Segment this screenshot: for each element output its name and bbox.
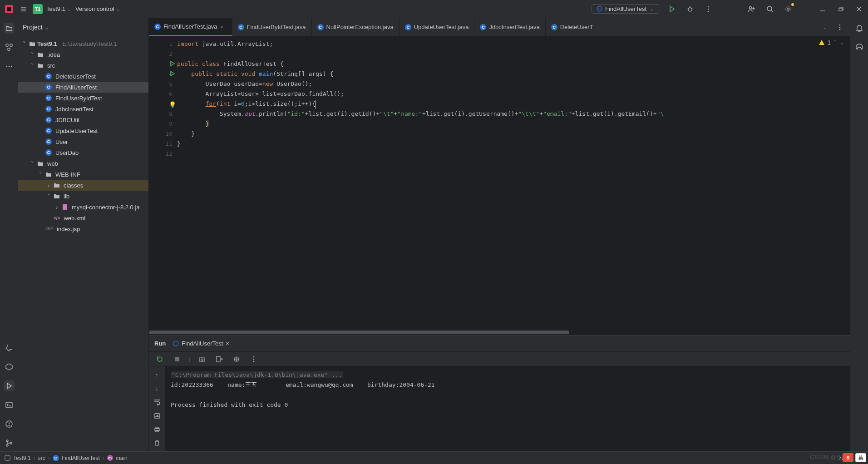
close-icon[interactable]: × xyxy=(220,24,227,30)
horizontal-scrollbar[interactable] xyxy=(149,330,850,335)
left-tool-strip xyxy=(0,18,18,451)
problems-tool-icon[interactable] xyxy=(4,419,15,429)
svg-rect-46 xyxy=(217,356,220,362)
editor-tab[interactable]: CNullPointerException.java xyxy=(312,18,399,36)
chevron-up-icon[interactable]: ˄ xyxy=(833,39,837,46)
breadcrumb-src[interactable]: src xyxy=(38,455,45,461)
minimize-window-icon[interactable] xyxy=(817,4,828,15)
svg-point-34 xyxy=(9,425,10,426)
soft-wrap-icon[interactable] xyxy=(152,398,163,405)
editor-tab[interactable]: CUpdateUserTest.java xyxy=(399,18,475,36)
vcs-dropdown[interactable]: Version control⌄ xyxy=(75,5,121,12)
tree-item[interactable]: CJdbcInsertTest xyxy=(18,104,148,114)
run-tab[interactable]: FindAllUserTest × xyxy=(173,340,229,347)
camera-icon[interactable] xyxy=(197,354,207,365)
close-window-icon[interactable] xyxy=(853,4,864,15)
trash-icon[interactable] xyxy=(152,439,163,447)
svg-rect-26 xyxy=(8,48,10,50)
status-bar: Test9.1 › src › C FindAllUserTest › m ma… xyxy=(0,451,868,464)
svg-point-17 xyxy=(767,6,772,11)
logo-icon[interactable] xyxy=(4,4,15,15)
restore-window-icon[interactable] xyxy=(835,4,846,15)
tree-item[interactable]: CDeleteUserTest xyxy=(18,71,148,82)
svg-point-13 xyxy=(708,10,709,12)
stop-icon[interactable] xyxy=(172,354,182,365)
breadcrumb-module[interactable]: Test9.1 xyxy=(13,455,31,461)
hamburger-icon[interactable] xyxy=(18,4,29,15)
chevron-down-icon[interactable]: ⌄ xyxy=(839,39,844,46)
tabs-dropdown-icon[interactable]: ⌄ xyxy=(819,22,830,33)
svg-point-19 xyxy=(787,8,789,10)
tree-item[interactable]: ›mysql-connector-j-8.2.0.ja xyxy=(18,202,148,212)
search-icon[interactable] xyxy=(764,4,775,15)
right-tool-strip xyxy=(850,18,868,451)
build-tool-icon[interactable] xyxy=(4,342,15,353)
ai-assistant-icon[interactable] xyxy=(854,42,865,53)
tree-item[interactable]: ˅WEB-INF xyxy=(18,169,148,180)
tree-item[interactable]: ˅.idea xyxy=(18,49,148,60)
lang-icon[interactable]: 英 xyxy=(855,453,866,462)
exit-icon[interactable] xyxy=(214,354,225,365)
more-icon[interactable] xyxy=(248,354,259,365)
project-dropdown[interactable]: Test9.1⌄ xyxy=(46,5,72,12)
layout-settings-icon[interactable] xyxy=(231,354,242,365)
breadcrumb-method[interactable]: main xyxy=(116,455,128,461)
svg-marker-30 xyxy=(6,364,12,370)
more-actions-icon[interactable] xyxy=(703,4,714,15)
editor-tabs: CFindAllUserTest.java×CFindUserByIdTest.… xyxy=(149,18,850,36)
tree-item[interactable]: ˅web xyxy=(18,158,148,169)
run-config-selector[interactable]: C FindAllUserTest ⌄ xyxy=(592,4,659,14)
tree-root[interactable]: ˅ Test9.1 E:\Javastudy\Test9.1 xyxy=(18,38,148,49)
terminal-tool-icon[interactable] xyxy=(4,400,15,410)
svg-rect-25 xyxy=(10,44,12,46)
warning-count: 1 xyxy=(828,39,831,46)
inspection-widget[interactable]: 1 ˄ ⌄ xyxy=(819,39,844,46)
tree-item[interactable]: CUpdateUserTest xyxy=(18,125,148,136)
breadcrumb-class[interactable]: FindAllUserTest xyxy=(62,455,100,461)
project-tool-icon[interactable] xyxy=(4,23,15,34)
tree-item[interactable]: CJDBCUtil xyxy=(18,114,148,125)
gutter: 1234567💡89101112 xyxy=(149,36,177,330)
tabs-more-icon[interactable] xyxy=(834,22,845,33)
run-button[interactable] xyxy=(666,4,677,15)
vcs-tool-icon[interactable] xyxy=(4,438,15,449)
debug-button[interactable] xyxy=(685,4,695,15)
tree-item[interactable]: CFindUserByIdTest xyxy=(18,93,148,104)
editor-tab[interactable]: CFindUserByIdTest.java xyxy=(232,18,312,36)
tree-item[interactable]: CFindAllUserTest xyxy=(18,82,148,93)
editor[interactable]: 1234567💡89101112 import import java.util… xyxy=(149,36,850,330)
notifications-icon[interactable] xyxy=(854,23,865,34)
project-panel-title[interactable]: Project ⌄ xyxy=(23,24,49,31)
services-tool-icon[interactable] xyxy=(4,361,15,372)
project-name: Test9.1 xyxy=(46,5,65,12)
tree-item[interactable]: ˅lib xyxy=(18,191,148,202)
scroll-end-icon[interactable] xyxy=(152,412,163,420)
up-icon[interactable]: ↑ xyxy=(152,371,163,378)
code-with-me-icon[interactable] xyxy=(746,4,757,15)
ime-icon[interactable]: S xyxy=(843,453,853,462)
project-tree[interactable]: ˅ Test9.1 E:\Javastudy\Test9.1 ˅.idea˅sr… xyxy=(18,36,148,451)
down-icon[interactable]: ↓ xyxy=(152,385,163,392)
tree-item[interactable]: ›classes xyxy=(18,180,148,191)
console-output[interactable]: "C:\Program Files\Java\jdk-1.8\bin\java.… xyxy=(165,366,850,451)
settings-icon[interactable] xyxy=(783,4,794,15)
tree-item[interactable]: CUserDao xyxy=(18,147,148,158)
svg-point-14 xyxy=(750,6,752,9)
run-tool-icon[interactable] xyxy=(4,380,15,391)
editor-tab[interactable]: CJdbcInsertTest.java xyxy=(474,18,545,36)
tree-item[interactable]: ˅src xyxy=(18,60,148,71)
more-tool-icon[interactable] xyxy=(4,61,15,72)
tree-item[interactable]: CUser xyxy=(18,136,148,147)
close-icon[interactable]: × xyxy=(226,340,229,347)
editor-tab[interactable]: CFindAllUserTest.java× xyxy=(149,18,232,36)
code-content[interactable]: import import java.util.ArrayList;java.u… xyxy=(177,36,850,330)
structure-tool-icon[interactable] xyxy=(4,42,15,53)
tree-item[interactable]: JSPindex.jsp xyxy=(18,223,148,234)
editor-tab[interactable]: CDeleteUserT xyxy=(546,18,599,36)
tree-item[interactable]: </>web.xml xyxy=(18,212,148,223)
svg-point-28 xyxy=(8,66,10,67)
module-icon xyxy=(5,455,10,461)
print-icon[interactable] xyxy=(152,426,163,433)
rerun-icon[interactable] xyxy=(154,354,165,365)
run-panel-title: Run xyxy=(154,340,166,347)
